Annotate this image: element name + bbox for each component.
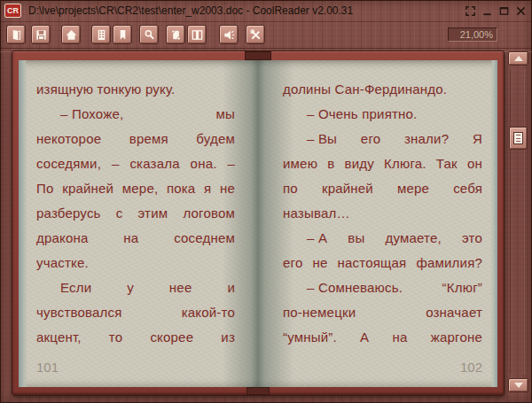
text-line: по-немецкиозначает <box>283 300 482 325</box>
home-icon <box>65 28 78 42</box>
text-line: – Очень приятно. <box>283 102 482 127</box>
maximize-icon <box>498 5 510 17</box>
tools-icon <box>249 28 262 42</box>
page-view-button[interactable] <box>187 25 207 44</box>
fullscreen-button[interactable] <box>464 4 476 17</box>
text-to-speech-button[interactable] <box>219 25 239 44</box>
save-button[interactable] <box>31 25 51 44</box>
go-to-page-icon <box>95 28 108 42</box>
search-icon <box>143 28 156 42</box>
minimize-button[interactable] <box>481 4 493 17</box>
coolreader-window: { "window": { "app_icon_text": "CR", "ti… <box>0 0 532 403</box>
text-line: участке. <box>36 251 235 275</box>
text-line: – Похоже,мы <box>36 102 235 127</box>
scroll-view-icon <box>169 28 183 42</box>
left-page[interactable]: изящную тонкую руку.– Похоже,мынекоторое… <box>36 77 235 350</box>
text-line: разберусьсэтимлоговом <box>36 201 235 226</box>
text-line: Еслиунееи <box>36 275 235 300</box>
fullscreen-icon <box>465 5 476 17</box>
search-button[interactable] <box>139 25 159 44</box>
arrow-down-icon <box>514 383 523 388</box>
settings-button[interactable] <box>246 25 265 44</box>
scrollbar-track[interactable] <box>510 69 525 375</box>
app-icon[interactable]: CR <box>4 4 21 18</box>
speaker-icon <box>223 28 236 42</box>
right-page[interactable]: долины Сан-Фердинандо.– Очень приятно.– … <box>283 77 482 350</box>
text-line: – Авыдумаете,это <box>283 226 482 251</box>
text-line: драконанасоседнем <box>36 226 235 251</box>
text-line: некотороевремябудем <box>36 127 235 151</box>
scroll-down-button[interactable] <box>508 378 528 392</box>
window-controls <box>464 4 527 17</box>
scroll-view-button[interactable] <box>166 25 185 44</box>
text-line: – Выегознали?Я <box>283 127 482 151</box>
close-button[interactable] <box>514 4 527 17</box>
page-view-icon <box>191 28 204 42</box>
book-spine-top <box>245 51 271 60</box>
text-line: изящную тонкую руку. <box>36 77 235 102</box>
scrollbar-thumb[interactable] <box>509 127 528 150</box>
left-page-number: 101 <box>36 360 59 375</box>
text-line: имеюввидуКлюга.Такон <box>283 151 482 176</box>
close-icon <box>515 5 527 17</box>
home-button[interactable] <box>61 25 81 44</box>
open-file-button[interactable] <box>6 25 26 44</box>
save-icon <box>35 28 48 42</box>
text-line: долины Сан-Фердинандо. <box>283 77 482 102</box>
text-line: – Сомневаюсь.“Клюг” <box>283 275 482 300</box>
bookmark-icon <box>116 28 129 42</box>
text-line: называл… <box>283 201 482 226</box>
book-view: изящную тонкую руку.– Похоже,мынекоторое… <box>12 50 505 396</box>
window-title: D:\lve\projects\CR\CR2\test\enter_w2003.… <box>28 4 353 17</box>
open-file-icon <box>10 28 23 42</box>
text-line: “умный”.Анажаргоне <box>283 325 482 350</box>
book-pages: изящную тонкую руку.– Похоже,мынекоторое… <box>19 60 497 387</box>
go-to-page-button[interactable] <box>91 25 111 44</box>
page-position-icon <box>513 132 523 144</box>
text-line: покрайнеймересебя <box>283 176 482 201</box>
bookmarks-button[interactable] <box>113 25 132 44</box>
arrow-up-icon <box>514 56 523 61</box>
book-spine-bottom <box>246 387 270 395</box>
right-page-number: 102 <box>283 360 482 375</box>
maximize-button[interactable] <box>497 4 510 17</box>
title-bar: CR D:\lve\projects\CR\CR2\test\enter_w20… <box>0 0 532 22</box>
text-line: соседями,–сказалаона.– <box>36 151 235 176</box>
scroll-up-button[interactable] <box>508 51 528 66</box>
text-line: акцент,тоскорееиз <box>36 325 235 350</box>
reading-progress: 21,00% <box>448 27 497 42</box>
text-line: чувствовалсякакой-то <box>36 300 235 325</box>
text-line: егоненастоящаяфамилия? <box>283 251 482 275</box>
minimize-icon <box>481 5 493 17</box>
text-line: Покрайнеймере,покаяне <box>36 176 235 201</box>
